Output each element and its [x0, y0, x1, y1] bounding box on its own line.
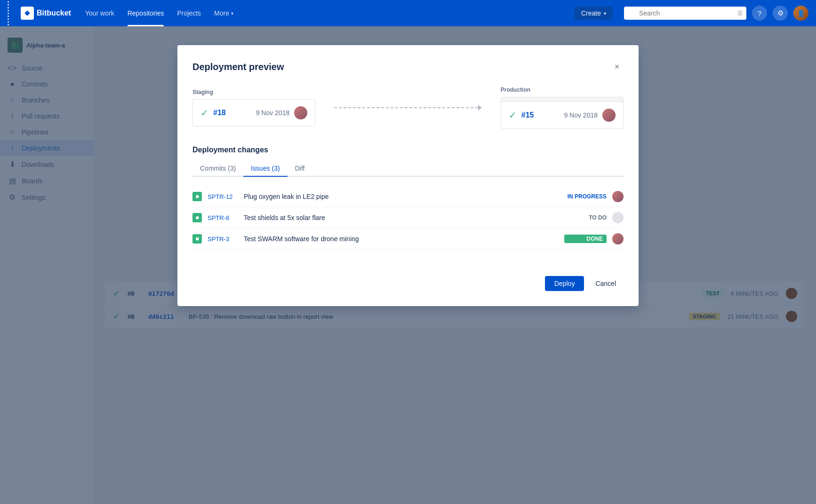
logo[interactable]: Bitbucket [21, 7, 71, 20]
issue-avatar [612, 212, 624, 223]
table-row: ■ SPTR-12 Plug oxygen leak in LE2 pipe I… [192, 186, 624, 207]
production-avatar [602, 109, 616, 122]
production-card-lower: ✓ #15 9 Nov 2018 [501, 102, 624, 129]
logo-icon [21, 7, 34, 20]
search-input[interactable] [624, 7, 746, 20]
help-icon[interactable]: ? [752, 6, 767, 21]
settings-icon[interactable]: ⚙ [773, 6, 788, 21]
user-avatar[interactable]: 👤 [793, 6, 808, 21]
production-label: Production [501, 87, 624, 93]
logo-text: Bitbucket [37, 9, 71, 17]
nav-projects[interactable]: Projects [170, 0, 208, 26]
deployment-changes-title: Deployment changes [192, 146, 624, 154]
issue-summary: Plug oxygen leak in LE2 pipe [244, 193, 559, 200]
staging-build-num[interactable]: #18 [213, 109, 226, 117]
modal-header: Deployment preview × [192, 60, 624, 73]
issue-key[interactable]: SPTR-12 [208, 193, 238, 200]
deployment-environments: Staging ✓ #18 9 Nov 2018 Production [192, 87, 624, 129]
deployment-changes: Deployment changes Commits (3) Issues (3… [192, 146, 624, 250]
staging-date: 9 Nov 2018 [256, 109, 290, 117]
nav-your-work[interactable]: Your work [79, 0, 121, 26]
nav-more[interactable]: More ▾ [208, 0, 240, 26]
production-environment: Production ✓ #15 9 Nov 2018 [501, 87, 624, 129]
nav-repositories[interactable]: Repositories [121, 0, 171, 26]
deploy-button[interactable]: Deploy [545, 276, 584, 291]
production-check-icon: ✓ [509, 110, 517, 121]
production-date: 9 Nov 2018 [564, 111, 598, 119]
tab-issues[interactable]: Issues (3) [243, 161, 287, 177]
issues-table: ■ SPTR-12 Plug oxygen leak in LE2 pipe I… [192, 186, 624, 250]
issue-status: IN PROGRESS [564, 193, 607, 200]
arrow-head [478, 105, 482, 110]
staging-environment: Staging ✓ #18 9 Nov 2018 [192, 89, 315, 126]
issue-summary: Test SWARM software for drone mining [244, 235, 559, 243]
issue-icon: ■ [192, 192, 202, 201]
close-button[interactable]: × [610, 60, 624, 73]
grid-icon[interactable] [8, 1, 17, 25]
search-wrap: 🔍 / [624, 7, 746, 20]
chevron-down-icon: ▾ [231, 11, 233, 16]
deployment-preview-modal: Deployment preview × Staging ✓ #18 9 Nov… [177, 45, 639, 306]
create-button[interactable]: Create ▾ [575, 7, 613, 20]
issue-key[interactable]: SPTR-8 [208, 214, 238, 221]
tab-diff[interactable]: Diff [288, 161, 312, 177]
issue-icon: ■ [192, 234, 202, 244]
topnav-links: Your work Repositories Projects More ▾ [79, 0, 571, 26]
topnav: Bitbucket Your work Repositories Project… [0, 0, 816, 26]
production-build-num[interactable]: #15 [521, 111, 534, 119]
issue-status: TO DO [564, 214, 607, 221]
table-row: ■ SPTR-8 Test shields at 5x solar flare … [192, 207, 624, 228]
modal-overlay: Deployment preview × Staging ✓ #18 9 Nov… [0, 26, 816, 504]
deployment-tabs: Commits (3) Issues (3) Diff [192, 161, 624, 177]
modal-title: Deployment preview [192, 62, 284, 72]
issue-status: DONE [564, 235, 607, 243]
staging-check-icon: ✓ [200, 107, 208, 118]
issue-key[interactable]: SPTR-3 [208, 236, 238, 243]
cancel-button[interactable]: Cancel [588, 276, 624, 291]
deploy-arrow [334, 94, 482, 122]
tab-commits[interactable]: Commits (3) [192, 161, 243, 177]
staging-avatar [294, 106, 307, 119]
chevron-down-icon: ▾ [604, 11, 606, 16]
issue-summary: Test shields at 5x solar flare [244, 214, 559, 221]
issue-icon: ■ [192, 213, 202, 222]
issue-avatar [612, 191, 624, 202]
search-slash: / [737, 10, 743, 16]
modal-footer: Deploy Cancel [192, 268, 624, 291]
staging-card: ✓ #18 9 Nov 2018 [192, 99, 315, 126]
table-row: ■ SPTR-3 Test SWARM software for drone m… [192, 228, 624, 250]
staging-label: Staging [192, 89, 315, 95]
issue-avatar [612, 233, 624, 244]
production-card-wrapper: ✓ #15 9 Nov 2018 [501, 97, 624, 129]
arrow-line [334, 107, 478, 108]
topnav-right: 🔍 / ? ⚙ 👤 [624, 6, 808, 21]
